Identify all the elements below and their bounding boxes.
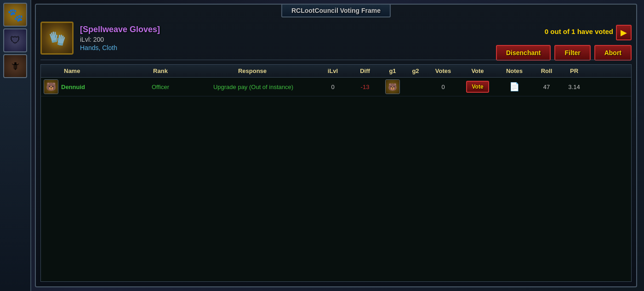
col-g2: g2 <box>404 67 427 74</box>
notes-icon[interactable]: 📄 <box>498 82 531 92</box>
col-votes: Votes <box>427 67 459 74</box>
filter-button[interactable]: Filter <box>554 45 590 61</box>
cell-name: 🐻 Dennuid <box>41 79 133 94</box>
vote-button[interactable]: Vote <box>466 81 489 93</box>
col-vote: Vote <box>459 67 496 74</box>
col-ilvl: iLvl <box>317 67 349 74</box>
player-name: Dennuid <box>61 84 85 90</box>
col-response: Response <box>188 67 317 74</box>
cell-roll: 47 <box>533 84 560 90</box>
main-frame: RCLootCouncil Voting Frame 🧤 [Spellweave… <box>35 4 637 287</box>
divider <box>40 60 632 60</box>
cell-diff: -13 <box>349 84 381 90</box>
table: Name Rank Response iLvl Diff g1 g2 Votes… <box>40 64 632 282</box>
sidebar: 🐾 🛡 🗡 <box>0 0 31 291</box>
title-bar: RCLootCouncil Voting Frame <box>281 4 391 17</box>
g1-icon: 🐻 <box>385 79 400 94</box>
cell-pr: 3.14 <box>560 84 588 90</box>
sidebar-icon-2[interactable]: 🛡 <box>3 28 27 52</box>
col-name: Name <box>41 67 133 74</box>
disenchant-button[interactable]: Disenchant <box>496 45 551 61</box>
cell-votes: 0 <box>427 84 459 90</box>
cell-g1: 🐻 <box>381 79 404 94</box>
col-rank: Rank <box>133 67 188 74</box>
col-g1: g1 <box>381 67 404 74</box>
window-title: RCLootCouncil Voting Frame <box>291 7 381 14</box>
sidebar-icon-1[interactable]: 🐾 <box>3 3 27 27</box>
cell-response: Upgrade pay (Out of instance) <box>188 84 317 90</box>
table-row: 🐻 Dennuid Officer Upgrade pay (Out of in… <box>41 78 631 96</box>
cell-notes: 📄 <box>496 82 533 92</box>
col-diff: Diff <box>349 67 381 74</box>
col-notes: Notes <box>496 67 533 74</box>
action-buttons: Disenchant Filter Abort <box>496 45 632 61</box>
col-pr: PR <box>560 67 588 74</box>
abort-button[interactable]: Abort <box>594 45 632 61</box>
item-icon: 🧤 <box>42 23 72 53</box>
cell-rank: Officer <box>133 84 188 90</box>
col-roll: Roll <box>533 67 560 74</box>
player-icon: 🐻 <box>44 79 58 94</box>
sidebar-icon-3[interactable]: 🗡 <box>3 54 27 78</box>
item-ilvl: iLvl: 200 <box>80 36 632 43</box>
table-header: Name Rank Response iLvl Diff g1 g2 Votes… <box>41 65 631 78</box>
cell-vote-btn: Vote <box>459 81 496 93</box>
vote-status: 0 out of 1 have voted <box>545 28 613 35</box>
arrow-button[interactable]: ▶ <box>616 25 632 40</box>
cell-ilvl: 0 <box>317 84 349 90</box>
item-icon-container: 🧤 <box>40 22 74 55</box>
